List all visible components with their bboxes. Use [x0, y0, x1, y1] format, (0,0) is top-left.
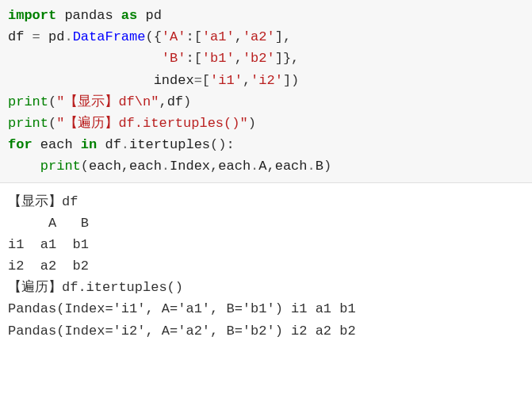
- out-line-3: i1 a1 b1: [8, 237, 89, 252]
- bracket-open: [: [202, 73, 210, 88]
- str-A: 'A': [162, 29, 186, 44]
- bracket-close: ]: [275, 29, 283, 44]
- ref-each: each: [129, 159, 162, 174]
- dot: .: [251, 159, 258, 174]
- brace-open: {: [154, 29, 162, 44]
- str-iter: "【遍历】df.itertuples()": [56, 116, 247, 131]
- kw-in: in: [81, 137, 97, 152]
- out-line-7: Pandas(Index='i2', A='a2', B='b2') i2 a2…: [8, 324, 356, 339]
- str-show-df: "【显示】df\n": [56, 94, 159, 109]
- code-block: import pandas as pd df = pd.DataFrame({'…: [0, 0, 532, 183]
- ref-df: df: [167, 94, 183, 109]
- dot: .: [162, 159, 170, 174]
- str-i2: 'i2': [251, 73, 283, 88]
- bracket-close: ]: [275, 51, 283, 66]
- comma: ,: [243, 73, 251, 88]
- out-line-5: 【遍历】df.itertuples(): [8, 280, 183, 295]
- colon: :: [186, 29, 193, 44]
- fn-dataframe: DataFrame: [73, 29, 146, 44]
- brace-close: }: [283, 51, 291, 66]
- attr-B: B: [316, 159, 323, 174]
- paren-close: ): [291, 73, 299, 88]
- out-line-6: Pandas(Index='i1', A='a1', B='b1') i1 a1…: [8, 301, 356, 316]
- bracket-close: ]: [283, 73, 291, 88]
- paren-open: (: [48, 94, 56, 109]
- var-each: each: [40, 137, 73, 152]
- paren-close: ): [248, 116, 256, 131]
- ref-each: each: [89, 159, 121, 174]
- str-a1: 'a1': [202, 29, 235, 44]
- bracket-open: [: [194, 51, 202, 66]
- kw-as: as: [121, 8, 137, 23]
- kw-for: for: [8, 137, 33, 152]
- bracket-open: [: [194, 29, 202, 44]
- paren-open: (: [48, 116, 56, 131]
- out-line-1: 【显示】df: [8, 194, 78, 209]
- mod-pandas: pandas: [64, 8, 113, 23]
- str-b1: 'b1': [202, 51, 235, 66]
- bi-print: print: [8, 116, 48, 131]
- bi-print: print: [40, 159, 81, 174]
- ref-pd: pd: [48, 29, 64, 44]
- paren-open: (: [81, 159, 89, 174]
- str-b2: 'b2': [243, 51, 275, 66]
- dot: .: [308, 159, 316, 174]
- dot: .: [64, 29, 72, 44]
- kw-import: import: [8, 8, 56, 23]
- bi-print: print: [8, 94, 48, 109]
- op-eq: =: [194, 73, 202, 88]
- kw-arg-index: index: [154, 73, 194, 88]
- output-block: 【显示】df A B i1 a1 b1 i2 a2 b2 【遍历】df.iter…: [0, 183, 532, 346]
- dot: .: [121, 137, 129, 152]
- attr-A: A: [258, 159, 266, 174]
- colon: :: [186, 51, 193, 66]
- comma: ,: [210, 159, 218, 174]
- paren-close: ): [218, 137, 226, 152]
- paren-open: (: [210, 137, 218, 152]
- ref-each: each: [275, 159, 308, 174]
- method-itertuples: itertuples: [129, 137, 210, 152]
- comma: ,: [291, 51, 299, 66]
- out-line-2: A B: [8, 216, 89, 231]
- comma: ,: [235, 51, 243, 66]
- op-assign: =: [33, 29, 40, 44]
- var-df: df: [8, 29, 24, 44]
- comma: ,: [159, 94, 166, 109]
- str-a2: 'a2': [243, 29, 275, 44]
- comma: ,: [121, 159, 129, 174]
- paren-close: ): [323, 159, 331, 174]
- ref-each: each: [218, 159, 251, 174]
- alias-pd: pd: [145, 8, 161, 23]
- attr-Index: Index: [170, 159, 210, 174]
- str-i1: 'i1': [210, 73, 243, 88]
- colon: :: [226, 137, 234, 152]
- paren-close: ): [183, 94, 191, 109]
- out-line-4: i2 a2 b2: [8, 258, 89, 274]
- comma: ,: [267, 159, 275, 174]
- ref-df: df: [105, 137, 121, 152]
- comma: ,: [235, 29, 243, 44]
- str-B: 'B': [162, 51, 186, 66]
- paren-open: (: [145, 29, 153, 44]
- comma: ,: [283, 29, 291, 44]
